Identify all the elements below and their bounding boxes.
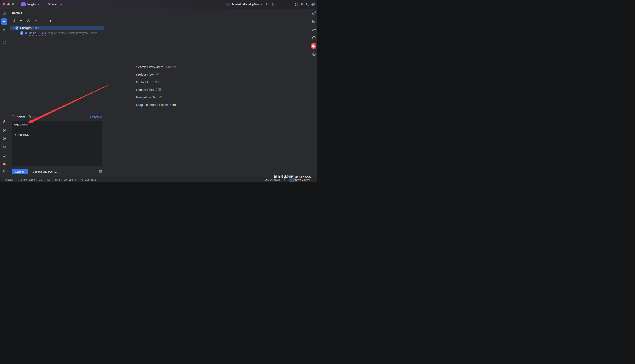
panel-options-kebab-icon[interactable] [93,12,96,14]
chevron-down-icon[interactable] [38,4,40,5]
debug-button[interactable] [270,2,275,7]
notifications-button[interactable] [310,9,318,18]
breadcrumb-item[interactable]: java [55,178,60,181]
commit-message-input[interactable]: 非模态提交 不弹出窗口, [12,120,102,166]
breadcrumb-item[interactable]: cyclicBarrier [64,178,77,181]
commit-history-clock-icon[interactable] [33,115,36,118]
commit-tool-button[interactable] [0,18,9,26]
commit-options-gear-icon[interactable] [99,170,102,174]
git-branch-icon [48,3,51,6]
java-class-icon [25,32,28,34]
settings-gear-icon[interactable] [310,2,316,7]
more-tool-windows-button[interactable] [0,46,9,55]
project-logo: L [21,2,26,6]
terminal-wave-icon [2,128,6,132]
more-actions-menu[interactable] [275,2,281,7]
shortcut-row: Search Everywhere Double ⇧ [136,63,179,71]
problems-icon [2,154,6,157]
file-path: longfor-demo/src/main/java/cyclicBarrier [48,32,97,34]
more-horizontal-icon [3,50,6,51]
breadcrumb-item[interactable]: longfor [3,178,13,181]
changes-checkbox[interactable] [15,26,19,30]
shelve-icon[interactable] [27,19,30,23]
shortcut-label: Drop files here to open them [136,103,176,106]
maven-tool-button[interactable]: m [310,26,318,34]
circle-swirl-icon [312,36,316,40]
run-button[interactable] [264,2,270,7]
commit-message-blank-line [14,128,100,132]
breadcrumb-separator: › [79,178,80,181]
ai-assistant-logo-icon[interactable] [27,115,31,119]
collapse-all-icon[interactable] [49,19,52,23]
commit-button[interactable]: Commit [12,169,28,174]
strip-divider [2,36,6,36]
breadcrumb-separator: › [44,178,44,181]
hammer-icon [2,120,6,124]
status-bar: longfor › longfor-demo › src › main › ja… [0,177,317,182]
chevron-down-icon[interactable] [12,27,14,29]
modified-badge[interactable]: 1 modified [90,115,102,118]
build-tool-button[interactable] [0,118,9,126]
breadcrumb-separator: › [36,178,37,181]
breadcrumb-item[interactable]: main [46,178,51,181]
breadcrumb-item[interactable]: src [39,178,42,181]
refresh-icon[interactable] [12,19,16,23]
close-window-button[interactable] [3,3,5,6]
shortcut-label: Recent Files [136,88,153,92]
breadcrumb-label: Demo101 [85,178,96,181]
file-checkbox[interactable] [20,32,23,34]
code-with-me-button[interactable] [299,2,305,7]
ai-knot-icon [312,52,316,56]
amend-checkbox[interactable] [12,115,15,118]
run-configuration-selector[interactable]: JavaValuePassingTwo [226,2,262,6]
crescent-plugin-button[interactable] [310,42,318,50]
gradle-tool-button[interactable] [310,34,318,42]
git-tool-button[interactable] [0,168,9,176]
changes-group-row[interactable]: Changes 1 file [10,26,104,30]
structure-tool-button[interactable] [0,38,9,46]
breadcrumb-item[interactable]: longfor-demo [17,178,35,181]
shortcut-label: Navigation Bar [136,96,157,99]
terminal-tool-button[interactable] [0,142,9,151]
view-options-eye-icon[interactable] [34,19,38,23]
title-bar-right: JavaValuePassingTwo @ [226,2,316,7]
database-tool-button[interactable] [310,18,318,26]
search-icon[interactable] [305,2,310,7]
shortcut-row: Go to File ⇧⌘O [136,78,179,86]
notification-dot [314,11,316,13]
warning-triangle-icon [2,162,6,166]
rollback-icon[interactable] [20,19,23,23]
problems-tool-button[interactable] [0,151,9,159]
minimize-window-button[interactable] [7,3,10,6]
expand-all-icon[interactable] [42,19,45,23]
terminal-icon [2,145,6,149]
project-tool-button[interactable] [0,9,9,18]
database-icon [312,20,316,24]
windsurf-terminal-tool-button[interactable] [0,126,9,134]
warnings-tool-button[interactable] [0,159,9,168]
breadcrumb-label: main [46,178,51,181]
pull-requests-tool-button[interactable] [0,26,9,34]
amend-label: Amend [17,115,26,118]
ai-assistant-icon[interactable]: @ [294,2,299,7]
commit-message-line2: 不弹出窗口, [14,132,100,137]
file-name[interactable]: Demo101.java [29,32,47,34]
commit-icon [1,18,7,25]
fullscreen-window-button[interactable] [12,3,14,6]
title-bar: L longfor main JavaValuePassingTwo [0,0,317,9]
commit-and-push-button[interactable]: Commit and Push… [30,169,60,174]
commit-panel-header: Commit [9,9,105,17]
breadcrumb-item[interactable]: Demo101 [81,178,96,181]
pull-request-icon [2,28,6,32]
structure-icon [2,41,6,44]
shortcut-row: Navigation Bar ⌘↑ [136,93,179,101]
shortcut-keys: Double ⇧ [166,65,179,69]
hide-panel-icon[interactable] [100,12,102,14]
project-selector[interactable]: longfor [27,3,37,6]
at-glyph: @ [295,2,298,6]
branch-selector[interactable]: main [48,3,62,6]
chevron-down-icon [260,4,262,5]
changed-file-row[interactable]: Demo101.java longfor-demo/src/main/java/… [9,30,105,36]
ai-assistant-plugin-button[interactable] [310,50,318,58]
services-tool-button[interactable] [0,134,9,142]
